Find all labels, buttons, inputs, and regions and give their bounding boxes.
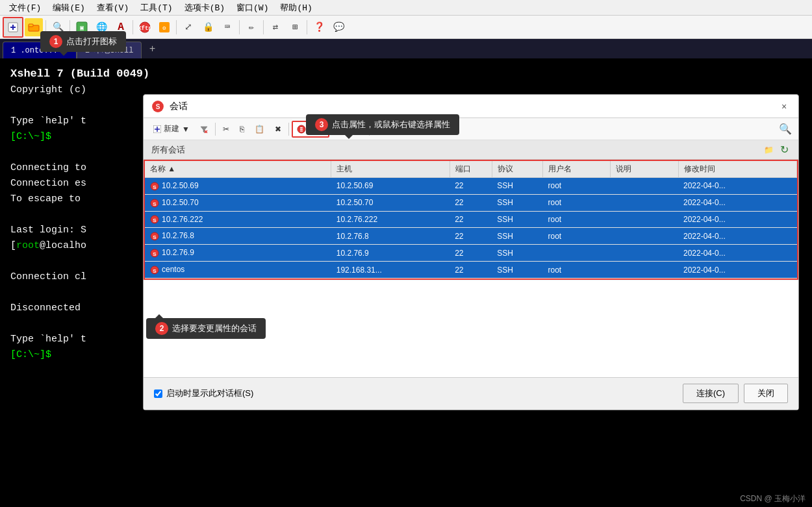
badge-num-2: 2 <box>155 322 168 335</box>
new-btn-label: 新建 <box>164 123 179 134</box>
callout-select-session: 2选择要变更属性的会话 <box>146 318 266 339</box>
table-cell: SSH <box>492 245 542 262</box>
callout-properties: 3点击属性，或鼠标右键选择属性 <box>306 114 459 135</box>
header-refresh-btn[interactable]: ↻ <box>778 143 791 156</box>
sessions-title: 所有会话 <box>151 144 185 156</box>
sessions-area: 所有会话 📁 ↻ 名称 ▲ 主机 端口 协议 用户名 <box>144 140 798 377</box>
col-user[interactable]: 用户名 <box>543 161 611 178</box>
session-row-icon: S <box>150 232 159 241</box>
dtb-sep-2 <box>288 123 289 136</box>
svg-text:S: S <box>153 234 157 240</box>
callout-2-text: 选择要变更属性的会话 <box>172 323 257 333</box>
callout-3-text: 点击属性，或鼠标右键选择属性 <box>332 119 450 129</box>
svg-text:S: S <box>153 268 157 274</box>
svg-text:S: S <box>153 184 157 190</box>
svg-text:S: S <box>153 251 157 257</box>
table-cell: 10.2.76.222 <box>331 211 450 228</box>
table-cell: 10.2.50.70 <box>331 194 450 211</box>
badge-num-1: 1 <box>49 35 62 48</box>
connect-button[interactable]: 连接(C) <box>683 384 739 403</box>
cut-btn[interactable]: ✂ <box>218 121 234 138</box>
table-row[interactable]: S10.2.50.7010.2.50.7022SSHroot2022-04-0.… <box>145 194 797 211</box>
svg-text:S: S <box>153 217 157 223</box>
col-protocol[interactable]: 协议 <box>492 161 542 178</box>
delete-filter-btn[interactable] <box>196 121 212 138</box>
header-folder-btn[interactable]: 📁 <box>762 143 775 156</box>
table-cell: root <box>543 178 611 195</box>
dialog-footer: 启动时显示此对话框(S) 连接(C) 关闭 <box>144 377 798 410</box>
table-cell: S10.2.76.8 <box>145 228 331 245</box>
table-cell: SSH <box>492 178 542 195</box>
table-cell: S10.2.50.69 <box>145 178 331 195</box>
close-dialog-button[interactable]: 关闭 <box>744 384 788 403</box>
dialog-toolbar: 新建 ▼ ✂ ⎘ 📋 ✖ <box>144 118 798 140</box>
table-cell <box>611 178 678 195</box>
badge-num-3: 3 <box>315 118 328 131</box>
table-cell: 2022-04-0... <box>678 194 797 211</box>
callout-1-text: 点击打开图标 <box>66 36 117 46</box>
search-btn[interactable]: 🔍 <box>778 121 793 137</box>
table-cell: 2022-04-0... <box>678 211 797 228</box>
copy-btn[interactable]: ⎘ <box>235 121 249 138</box>
table-cell: S10.2.50.70 <box>145 194 331 211</box>
table-cell: 2022-04-0... <box>678 262 797 278</box>
table-cell: 22 <box>450 262 492 278</box>
table-row[interactable]: S10.2.50.6910.2.50.6922SSHroot2022-04-0.… <box>145 178 797 195</box>
table-cell: 22 <box>450 228 492 245</box>
properties-icon <box>297 125 306 134</box>
table-cell <box>611 262 678 278</box>
svg-text:S: S <box>156 103 160 110</box>
table-row[interactable]: S10.2.76.810.2.76.822SSHroot2022-04-0... <box>145 228 797 245</box>
table-cell: SSH <box>492 262 542 278</box>
paste-btn[interactable]: 📋 <box>250 121 269 138</box>
table-cell <box>611 228 678 245</box>
startup-checkbox-label[interactable]: 启动时显示此对话框(S) <box>154 388 253 399</box>
table-cell <box>611 211 678 228</box>
session-row-icon: S <box>150 249 159 258</box>
table-cell: 22 <box>450 178 492 195</box>
session-row-icon: S <box>150 215 159 224</box>
table-cell: 22 <box>450 245 492 262</box>
col-host[interactable]: 主机 <box>331 161 450 178</box>
table-row[interactable]: Scentos192.168.31...22SSHroot2022-04-0..… <box>145 262 797 278</box>
session-row-icon: S <box>150 266 159 275</box>
svg-rect-21 <box>300 130 303 132</box>
table-cell <box>611 245 678 262</box>
table-cell <box>611 194 678 211</box>
svg-rect-19 <box>300 127 303 129</box>
table-cell: SSH <box>492 194 542 211</box>
table-cell: SSH <box>492 211 542 228</box>
sessions-body: S10.2.50.6910.2.50.6922SSHroot2022-04-0.… <box>145 178 797 278</box>
dialog-title: 会话 <box>170 101 778 112</box>
col-desc[interactable]: 说明 <box>611 161 678 178</box>
dtb-sep-1 <box>215 123 216 136</box>
sessions-header: 所有会话 📁 ↻ <box>144 140 798 160</box>
table-cell: root <box>543 211 611 228</box>
sessions-table: 名称 ▲ 主机 端口 协议 用户名 说明 修改时间 S10.2.50.6910.… <box>145 161 797 278</box>
table-cell: 192.168.31... <box>331 262 450 278</box>
new-dropdown-icon: ▼ <box>182 125 190 134</box>
new-icon <box>153 125 161 133</box>
table-cell: root <box>543 228 611 245</box>
table-row[interactable]: S10.2.76.910.2.76.922SSH2022-04-0... <box>145 245 797 262</box>
table-cell: S10.2.76.222 <box>145 211 331 228</box>
table-cell: 2022-04-0... <box>678 228 797 245</box>
dialog-title-bar: S 会话 × <box>144 95 798 118</box>
table-row[interactable]: S10.2.76.22210.2.76.22222SSHroot2022-04-… <box>145 211 797 228</box>
table-cell: Scentos <box>145 262 331 278</box>
startup-checkbox[interactable] <box>154 390 162 398</box>
dialog-close-button[interactable]: × <box>778 100 791 113</box>
filter-delete-icon <box>200 125 208 133</box>
table-cell: 2022-04-0... <box>678 245 797 262</box>
sessions-dialog: S 会话 × 3点击属性，或鼠标右键选择属性 <box>143 94 799 410</box>
startup-checkbox-text: 启动时显示此对话框(S) <box>166 388 253 399</box>
remove-btn[interactable]: ✖ <box>270 121 286 138</box>
new-session-btn[interactable]: 新建 ▼ <box>149 121 194 138</box>
footer-buttons: 连接(C) 关闭 <box>683 384 788 403</box>
table-cell: 22 <box>450 194 492 211</box>
col-port[interactable]: 端口 <box>450 161 492 178</box>
col-modified[interactable]: 修改时间 <box>678 161 797 178</box>
callout-open-icon: 1点击打开图标 <box>40 31 126 52</box>
col-name[interactable]: 名称 ▲ <box>145 161 331 178</box>
dialog-title-icon: S <box>151 100 164 113</box>
